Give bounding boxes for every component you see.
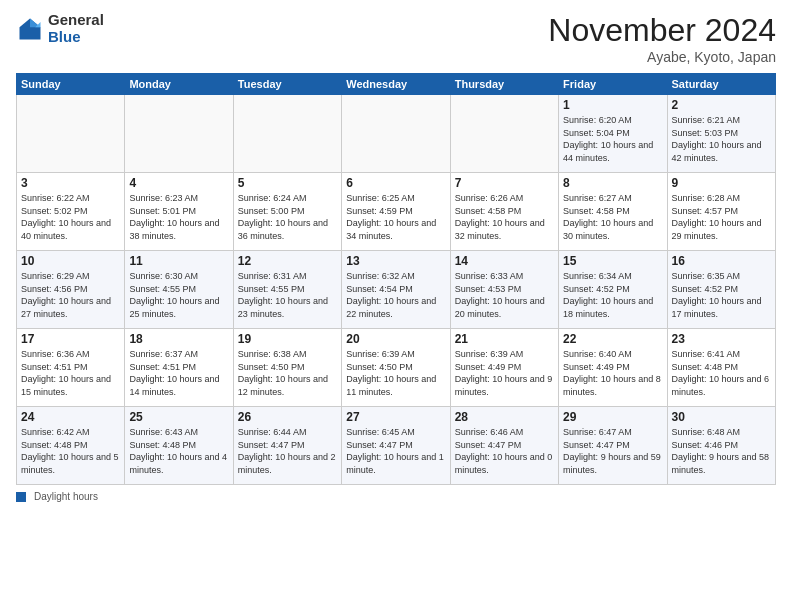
calendar-week-3: 10Sunrise: 6:29 AMSunset: 4:56 PMDayligh… <box>17 251 776 329</box>
calendar-day-11: 11Sunrise: 6:30 AMSunset: 4:55 PMDayligh… <box>125 251 233 329</box>
calendar-day-20: 20Sunrise: 6:39 AMSunset: 4:50 PMDayligh… <box>342 329 450 407</box>
calendar-day-8: 8Sunrise: 6:27 AMSunset: 4:58 PMDaylight… <box>559 173 667 251</box>
day-number: 21 <box>455 332 554 346</box>
day-info: Sunrise: 6:34 AMSunset: 4:52 PMDaylight:… <box>563 270 662 320</box>
calendar-day-27: 27Sunrise: 6:45 AMSunset: 4:47 PMDayligh… <box>342 407 450 485</box>
day-number: 12 <box>238 254 337 268</box>
day-info: Sunrise: 6:21 AMSunset: 5:03 PMDaylight:… <box>672 114 771 164</box>
day-number: 15 <box>563 254 662 268</box>
calendar-week-5: 24Sunrise: 6:42 AMSunset: 4:48 PMDayligh… <box>17 407 776 485</box>
location: Ayabe, Kyoto, Japan <box>548 49 776 65</box>
day-info: Sunrise: 6:47 AMSunset: 4:47 PMDaylight:… <box>563 426 662 476</box>
calendar-day-empty <box>342 95 450 173</box>
calendar-day-19: 19Sunrise: 6:38 AMSunset: 4:50 PMDayligh… <box>233 329 341 407</box>
calendar-day-3: 3Sunrise: 6:22 AMSunset: 5:02 PMDaylight… <box>17 173 125 251</box>
day-info: Sunrise: 6:30 AMSunset: 4:55 PMDaylight:… <box>129 270 228 320</box>
calendar-day-21: 21Sunrise: 6:39 AMSunset: 4:49 PMDayligh… <box>450 329 558 407</box>
day-info: Sunrise: 6:45 AMSunset: 4:47 PMDaylight:… <box>346 426 445 476</box>
calendar-header-saturday: Saturday <box>667 74 775 95</box>
calendar-header-wednesday: Wednesday <box>342 74 450 95</box>
day-number: 24 <box>21 410 120 424</box>
day-number: 26 <box>238 410 337 424</box>
calendar-header-sunday: Sunday <box>17 74 125 95</box>
calendar-day-2: 2Sunrise: 6:21 AMSunset: 5:03 PMDaylight… <box>667 95 775 173</box>
calendar-header-row: SundayMondayTuesdayWednesdayThursdayFrid… <box>17 74 776 95</box>
calendar-week-4: 17Sunrise: 6:36 AMSunset: 4:51 PMDayligh… <box>17 329 776 407</box>
day-info: Sunrise: 6:31 AMSunset: 4:55 PMDaylight:… <box>238 270 337 320</box>
logo-text: General Blue <box>48 12 104 45</box>
calendar-day-1: 1Sunrise: 6:20 AMSunset: 5:04 PMDaylight… <box>559 95 667 173</box>
calendar-header-friday: Friday <box>559 74 667 95</box>
day-info: Sunrise: 6:36 AMSunset: 4:51 PMDaylight:… <box>21 348 120 398</box>
day-number: 22 <box>563 332 662 346</box>
day-number: 30 <box>672 410 771 424</box>
logo-blue: Blue <box>48 29 104 46</box>
logo-general: General <box>48 12 104 29</box>
month-title: November 2024 <box>548 12 776 49</box>
calendar-day-16: 16Sunrise: 6:35 AMSunset: 4:52 PMDayligh… <box>667 251 775 329</box>
calendar-day-29: 29Sunrise: 6:47 AMSunset: 4:47 PMDayligh… <box>559 407 667 485</box>
day-number: 8 <box>563 176 662 190</box>
day-info: Sunrise: 6:39 AMSunset: 4:50 PMDaylight:… <box>346 348 445 398</box>
calendar-day-22: 22Sunrise: 6:40 AMSunset: 4:49 PMDayligh… <box>559 329 667 407</box>
day-number: 25 <box>129 410 228 424</box>
logo: General Blue <box>16 12 104 45</box>
calendar-day-10: 10Sunrise: 6:29 AMSunset: 4:56 PMDayligh… <box>17 251 125 329</box>
day-number: 9 <box>672 176 771 190</box>
calendar-day-9: 9Sunrise: 6:28 AMSunset: 4:57 PMDaylight… <box>667 173 775 251</box>
calendar-day-28: 28Sunrise: 6:46 AMSunset: 4:47 PMDayligh… <box>450 407 558 485</box>
logo-icon <box>16 15 44 43</box>
day-info: Sunrise: 6:38 AMSunset: 4:50 PMDaylight:… <box>238 348 337 398</box>
day-info: Sunrise: 6:29 AMSunset: 4:56 PMDaylight:… <box>21 270 120 320</box>
calendar-day-5: 5Sunrise: 6:24 AMSunset: 5:00 PMDaylight… <box>233 173 341 251</box>
day-info: Sunrise: 6:26 AMSunset: 4:58 PMDaylight:… <box>455 192 554 242</box>
day-number: 11 <box>129 254 228 268</box>
calendar-day-24: 24Sunrise: 6:42 AMSunset: 4:48 PMDayligh… <box>17 407 125 485</box>
calendar-day-18: 18Sunrise: 6:37 AMSunset: 4:51 PMDayligh… <box>125 329 233 407</box>
calendar-day-empty <box>233 95 341 173</box>
calendar-day-4: 4Sunrise: 6:23 AMSunset: 5:01 PMDaylight… <box>125 173 233 251</box>
day-number: 13 <box>346 254 445 268</box>
day-info: Sunrise: 6:37 AMSunset: 4:51 PMDaylight:… <box>129 348 228 398</box>
header: General Blue November 2024 Ayabe, Kyoto,… <box>16 12 776 65</box>
day-info: Sunrise: 6:44 AMSunset: 4:47 PMDaylight:… <box>238 426 337 476</box>
day-info: Sunrise: 6:40 AMSunset: 4:49 PMDaylight:… <box>563 348 662 398</box>
day-number: 29 <box>563 410 662 424</box>
day-info: Sunrise: 6:41 AMSunset: 4:48 PMDaylight:… <box>672 348 771 398</box>
calendar-day-15: 15Sunrise: 6:34 AMSunset: 4:52 PMDayligh… <box>559 251 667 329</box>
day-info: Sunrise: 6:23 AMSunset: 5:01 PMDaylight:… <box>129 192 228 242</box>
day-info: Sunrise: 6:48 AMSunset: 4:46 PMDaylight:… <box>672 426 771 476</box>
day-info: Sunrise: 6:28 AMSunset: 4:57 PMDaylight:… <box>672 192 771 242</box>
calendar-day-7: 7Sunrise: 6:26 AMSunset: 4:58 PMDaylight… <box>450 173 558 251</box>
calendar-header-monday: Monday <box>125 74 233 95</box>
legend-label: Daylight hours <box>34 491 98 502</box>
day-info: Sunrise: 6:33 AMSunset: 4:53 PMDaylight:… <box>455 270 554 320</box>
day-number: 7 <box>455 176 554 190</box>
legend-dot <box>16 492 26 502</box>
day-number: 3 <box>21 176 120 190</box>
day-number: 23 <box>672 332 771 346</box>
calendar-day-13: 13Sunrise: 6:32 AMSunset: 4:54 PMDayligh… <box>342 251 450 329</box>
calendar-day-26: 26Sunrise: 6:44 AMSunset: 4:47 PMDayligh… <box>233 407 341 485</box>
calendar-day-empty <box>17 95 125 173</box>
day-info: Sunrise: 6:24 AMSunset: 5:00 PMDaylight:… <box>238 192 337 242</box>
day-info: Sunrise: 6:32 AMSunset: 4:54 PMDaylight:… <box>346 270 445 320</box>
day-info: Sunrise: 6:35 AMSunset: 4:52 PMDaylight:… <box>672 270 771 320</box>
day-number: 4 <box>129 176 228 190</box>
day-number: 20 <box>346 332 445 346</box>
day-number: 5 <box>238 176 337 190</box>
page: General Blue November 2024 Ayabe, Kyoto,… <box>0 0 792 612</box>
calendar: SundayMondayTuesdayWednesdayThursdayFrid… <box>16 73 776 485</box>
day-info: Sunrise: 6:20 AMSunset: 5:04 PMDaylight:… <box>563 114 662 164</box>
calendar-day-17: 17Sunrise: 6:36 AMSunset: 4:51 PMDayligh… <box>17 329 125 407</box>
calendar-day-30: 30Sunrise: 6:48 AMSunset: 4:46 PMDayligh… <box>667 407 775 485</box>
legend: Daylight hours <box>16 491 776 502</box>
calendar-week-1: 1Sunrise: 6:20 AMSunset: 5:04 PMDaylight… <box>17 95 776 173</box>
calendar-day-23: 23Sunrise: 6:41 AMSunset: 4:48 PMDayligh… <box>667 329 775 407</box>
calendar-day-14: 14Sunrise: 6:33 AMSunset: 4:53 PMDayligh… <box>450 251 558 329</box>
day-number: 10 <box>21 254 120 268</box>
title-section: November 2024 Ayabe, Kyoto, Japan <box>548 12 776 65</box>
day-number: 14 <box>455 254 554 268</box>
calendar-day-12: 12Sunrise: 6:31 AMSunset: 4:55 PMDayligh… <box>233 251 341 329</box>
calendar-day-empty <box>450 95 558 173</box>
